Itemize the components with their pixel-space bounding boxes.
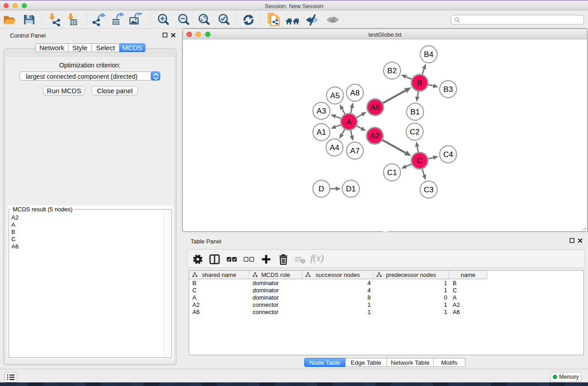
svg-text:A8: A8 xyxy=(350,89,360,97)
svg-text:D1: D1 xyxy=(346,185,356,193)
svg-text:A: A xyxy=(346,118,352,126)
svg-text:C3: C3 xyxy=(424,186,434,194)
svg-text:A3: A3 xyxy=(317,107,326,115)
svg-text:A7: A7 xyxy=(350,147,360,155)
svg-text:C4: C4 xyxy=(443,150,453,159)
svg-text:A4: A4 xyxy=(330,143,339,152)
svg-text:C1: C1 xyxy=(387,168,397,177)
svg-text:B4: B4 xyxy=(424,50,434,59)
svg-text:C: C xyxy=(417,157,422,165)
svg-text:A6: A6 xyxy=(371,103,380,112)
svg-text:B1: B1 xyxy=(411,108,420,116)
svg-text:B: B xyxy=(417,79,422,87)
svg-text:A1: A1 xyxy=(317,128,326,137)
svg-text:C2: C2 xyxy=(410,128,420,136)
svg-text:B3: B3 xyxy=(444,85,453,94)
svg-text:A5: A5 xyxy=(330,91,340,100)
svg-text:B2: B2 xyxy=(387,67,397,75)
svg-text:D: D xyxy=(319,185,324,193)
svg-text:A2: A2 xyxy=(370,132,380,140)
